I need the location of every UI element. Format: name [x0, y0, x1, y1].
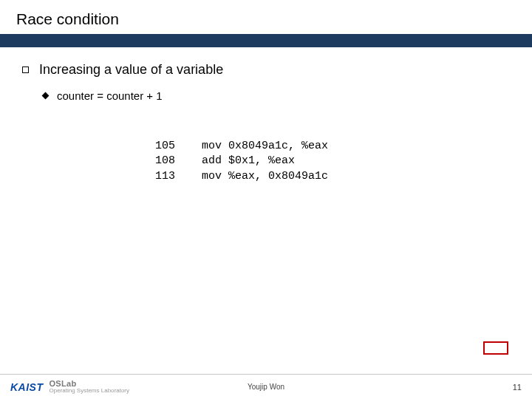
diamond-bullet-icon — [42, 92, 50, 100]
kaist-logo: KAIST — [10, 381, 44, 393]
title-underline-bar — [0, 34, 532, 47]
code-line-3-instr: mov %eax, 0x8049a1c — [202, 170, 328, 183]
highlight-box — [483, 341, 508, 355]
content-area: Increasing a value of a variable counter… — [0, 47, 532, 184]
code-line-2-instr: add $0x1, %eax — [202, 154, 295, 167]
main-bullet-row: Increasing a value of a variable — [22, 62, 510, 78]
code-line-2-addr: 108 — [155, 154, 175, 167]
oslab-logo: OSLab Operating Systems Laboratory — [50, 380, 130, 394]
author-name: Youjip Won — [248, 383, 284, 391]
logo-group: KAIST OSLab Operating Systems Laboratory — [10, 380, 129, 394]
code-line-1-addr: 105 — [155, 140, 175, 152]
assembly-code-block: 105 mov 0x8049a1c, %eax 108 add $0x1, %e… — [155, 139, 510, 184]
slide-title: Race condition — [0, 0, 532, 34]
sub-bullet-row: counter = counter + 1 — [43, 89, 510, 102]
sub-bullet-text: counter = counter + 1 — [57, 89, 163, 102]
code-line-1-instr: mov 0x8049a1c, %eax — [202, 140, 328, 152]
oslab-subtitle: Operating Systems Laboratory — [50, 388, 130, 394]
square-bullet-icon — [22, 66, 29, 73]
code-line-3-addr: 113 — [155, 170, 175, 183]
main-bullet-text: Increasing a value of a variable — [39, 62, 223, 78]
page-number: 11 — [513, 383, 522, 392]
slide-footer: KAIST OSLab Operating Systems Laboratory… — [0, 374, 532, 399]
